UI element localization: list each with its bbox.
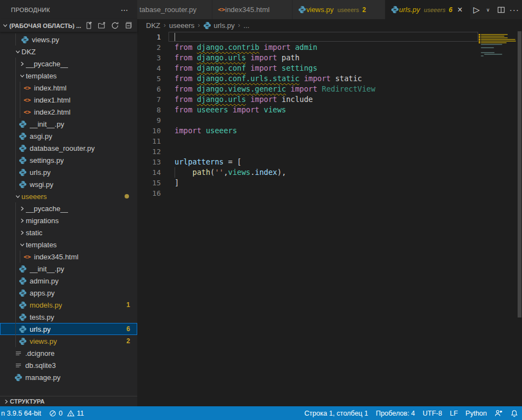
code-line-13[interactable]: 13urlpatterns = [ [137, 157, 522, 167]
new-folder-icon[interactable] [97, 21, 106, 31]
more-actions-icon[interactable]: ··· [509, 3, 520, 16]
tree-item-urls.py[interactable]: urls.py6 [0, 323, 137, 335]
tree-item-apps.py[interactable]: apps.py [0, 287, 137, 299]
tab-bar: tabase_roouter.py <>index345.html views.… [137, 0, 522, 19]
tree-item-templates[interactable]: templates [0, 70, 137, 82]
line-number: 9 [137, 115, 161, 126]
breadcrumb-item-...[interactable]: ... [244, 21, 250, 30]
status-feedback[interactable] [491, 406, 507, 420]
code-line-6[interactable]: 6from django.views.generic import Redire… [137, 84, 522, 94]
run-button[interactable]: ▷ [471, 3, 482, 16]
tree-item-static[interactable]: static [0, 226, 137, 239]
python-file-icon [18, 156, 27, 164]
refresh-icon[interactable] [110, 21, 120, 31]
tree-item-settings.py[interactable]: settings.py [0, 154, 137, 166]
code-line-8[interactable]: 8from useeers import views [137, 105, 522, 115]
line-number: 16 [137, 188, 161, 198]
status-problems[interactable]: 0 11 [45, 406, 88, 420]
status-language-mode[interactable]: Python [462, 406, 491, 420]
workspace-section-header[interactable]: (РАБОЧАЯ ОБЛАСТЬ) ... [0, 19, 137, 32]
tree-item-__init__.py[interactable]: __init__.py [0, 263, 137, 275]
tab-index345.html[interactable]: <>index345.html [212, 0, 293, 19]
tree-item-index1.html[interactable]: <>index1.html [0, 94, 137, 106]
editor-actions: ▷ ∨ ··· [471, 0, 522, 19]
tree-item-__pycache__[interactable]: __pycache__ [0, 58, 137, 70]
breadcrumb-item-DKZ[interactable]: DKZ [146, 21, 160, 30]
indent-guide [15, 142, 16, 154]
line-number: 8 [137, 105, 161, 115]
close-icon[interactable]: × [457, 5, 462, 14]
explorer-more-actions-icon[interactable]: ⋯ [117, 5, 132, 14]
code-line-16[interactable]: 16 [137, 188, 522, 198]
status-encoding[interactable]: UTF-8 [419, 406, 446, 420]
tree-item-wsgi.py[interactable]: wsgi.py [0, 178, 137, 190]
code-editor[interactable]: 1 2from django.contrib import admin 3fro… [137, 31, 522, 406]
indent-guide [15, 166, 16, 178]
tree-item-useeers[interactable]: useeers [0, 190, 137, 202]
new-file-icon[interactable] [83, 21, 93, 31]
indent-guide [15, 226, 16, 239]
python-file-icon [14, 373, 23, 382]
code-line-2[interactable]: 2from django.contrib import admin [137, 42, 522, 53]
editor-scrollbar[interactable] [518, 31, 521, 317]
outline-section-header[interactable]: СТРУКТУРА [0, 396, 137, 406]
line-number: 3 [137, 53, 161, 63]
code-line-9[interactable]: 9 [137, 115, 522, 126]
tab-tabase_roouter.py[interactable]: tabase_roouter.py [137, 0, 212, 19]
line-number: 12 [137, 146, 161, 157]
tree-item-label: DKZ [21, 48, 36, 56]
code-line-12[interactable]: 12 [137, 146, 522, 157]
breadcrumb-item-urls.py[interactable]: urls.py [203, 21, 234, 30]
tree-item-label: models.py [30, 301, 62, 309]
tree-item-asgi.py[interactable]: asgi.py [0, 130, 137, 142]
tree-item-templates[interactable]: templates [0, 239, 137, 251]
tree-item-views.py[interactable]: views.py [0, 33, 137, 46]
tree-item-index2.html[interactable]: <>index2.html [0, 106, 137, 118]
python-file-icon [18, 144, 27, 152]
split-editor-icon[interactable] [496, 3, 507, 16]
indent-guide [20, 94, 20, 106]
tree-item-models.py[interactable]: models.py1 [0, 299, 137, 311]
code-line-4[interactable]: 4from django.conf import settings [137, 63, 522, 73]
status-notifications[interactable] [507, 406, 522, 420]
tree-item-index.html[interactable]: <>index.html [0, 82, 137, 94]
status-eol[interactable]: LF [446, 406, 462, 420]
minimap[interactable] [479, 31, 517, 406]
tree-item-tests.py[interactable]: tests.py [0, 311, 137, 323]
tree-item-migrations[interactable]: migrations [0, 214, 137, 226]
status-indentation[interactable]: Пробелов: 4 [372, 406, 419, 420]
tree-item-DKZ[interactable]: DKZ [0, 46, 137, 58]
tree-item-views.py[interactable]: views.py2 [0, 335, 137, 347]
tree-item-__init__.py[interactable]: __init__.py [0, 118, 137, 130]
tree-item-manage.py[interactable]: manage.py [0, 371, 137, 383]
tree-item-admin.py[interactable]: admin.py [0, 275, 137, 287]
code-line-1[interactable]: 1 [137, 32, 522, 42]
code-line-7[interactable]: 7from django.urls import include [137, 94, 522, 105]
code-line-14[interactable]: 14 path('',views.index), [137, 167, 522, 178]
minimap-line [481, 42, 507, 43]
collapse-all-icon[interactable] [123, 21, 133, 31]
tree-item-__pycache__[interactable]: __pycache__ [0, 202, 137, 214]
tree-item-.dcignore[interactable]: .dcignore [0, 347, 137, 359]
code-line-15[interactable]: 15] [137, 178, 522, 188]
status-cursor-position[interactable]: Строка 1, столбец 1 [301, 406, 372, 420]
tree-item-database_roouter.py[interactable]: database_roouter.py [0, 142, 137, 154]
tree-item-index345.html[interactable]: <>index345.html [0, 251, 137, 263]
code-line-5[interactable]: 5from django.conf.urls.static import sta… [137, 73, 522, 84]
breadcrumb-item-useeers[interactable]: useeers [169, 21, 194, 30]
line-number: 7 [137, 94, 161, 105]
feedback-icon [495, 409, 503, 417]
tree-item-db.sqlite3[interactable]: db.sqlite3 [0, 359, 137, 371]
tree-item-label: index1.html [34, 96, 70, 104]
code-line-3[interactable]: 3from django.urls import path [137, 53, 522, 63]
status-python-interpreter[interactable]: n 3.9.5 64-bit [0, 406, 45, 420]
tab-views.py[interactable]: views.pyuseeers2 [293, 0, 385, 19]
run-dropdown-icon[interactable]: ∨ [482, 3, 493, 16]
indent-guide [15, 287, 16, 299]
tab-urls.py[interactable]: urls.pyuseeers6× [385, 0, 471, 19]
code-line-11[interactable]: 11 [137, 136, 522, 146]
tree-item-urls.py[interactable]: urls.py [0, 166, 137, 178]
chevron-right-icon [18, 61, 26, 67]
code-line-10[interactable]: 10import useeers [137, 126, 522, 136]
file-icon [14, 362, 23, 369]
